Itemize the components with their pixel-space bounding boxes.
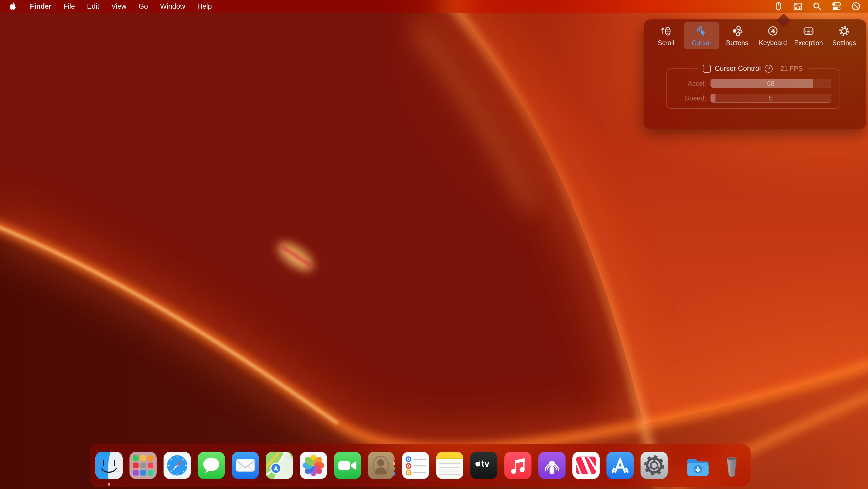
speed-slider[interactable]: 5 [711,94,831,103]
accel-row: Accel: 68 [667,79,831,88]
dock-icon-music[interactable] [503,451,532,480]
popover-tab-bar: Scroll Cursor [644,20,866,49]
mouse-buttons-icon [731,25,743,37]
mouse-settings-popover: Scroll Cursor [644,20,866,129]
dock-icon-podcasts[interactable] [537,451,567,480]
dock-icon-contacts[interactable] [367,451,396,480]
finder-running-indicator [108,483,110,486]
menu-window[interactable]: Window [160,2,185,10]
tab-scroll-label: Scroll [658,39,674,47]
app-menu-finder[interactable]: Finder [30,2,52,10]
speed-value: 5 [711,94,831,102]
dock-icon-app-store[interactable] [606,451,635,480]
dock-icon-downloads[interactable] [683,451,712,480]
dock-separator [676,450,676,481]
dock-icon-system-preferences[interactable] [640,451,669,480]
accel-value: 68 [711,79,831,88]
dock-icon-launchpad[interactable] [128,451,158,480]
menu-view[interactable]: View [112,2,127,10]
dock-icon-finder[interactable] [94,451,124,480]
menu-edit[interactable]: Edit [87,2,99,10]
dock-icon-trash[interactable] [717,451,746,480]
dock-icon-tv[interactable]: tv [469,451,498,480]
dock: tv [90,444,751,487]
command-key-icon: ⌘ [767,25,779,37]
cursor-control-legend: Cursor Control ? 21 FPS [698,64,807,73]
tab-keyboard[interactable]: ⌘ Keyboard [755,22,791,49]
dock-icon-notes[interactable] [435,451,464,480]
exception-keyboard-icon [803,25,814,37]
tab-buttons[interactable]: Buttons [719,22,755,49]
cursor-control-label: Cursor Control [715,64,761,73]
circle-slash-icon[interactable] [851,1,861,11]
apple-icon [9,2,17,11]
menu-help[interactable]: Help [197,2,212,10]
cursor-click-icon [695,25,708,37]
menu-bar: Finder File Edit View Go Window Help [0,0,868,12]
svg-text:⌘: ⌘ [770,28,776,34]
dock-icon-news[interactable] [571,451,601,480]
dock-icon-reminders[interactable] [401,451,430,480]
tab-scroll[interactable]: Scroll [648,22,684,49]
cursor-control-checkbox[interactable] [703,65,711,73]
speed-label: Speed: [667,94,706,102]
dock-icon-photos[interactable] [299,451,328,480]
cursor-control-group: Cursor Control ? 21 FPS Accel: 68 Speed:… [666,64,839,109]
accel-label: Accel: [667,80,706,88]
accel-slider[interactable]: 68 [711,79,831,88]
dock-icon-mail[interactable] [230,451,260,480]
svg-text:⌘: ⌘ [798,5,802,10]
tab-settings-label: Settings [832,39,856,47]
svg-text:tv: tv [482,459,490,468]
speed-row: Speed: 5 [667,94,831,103]
scroll-wheel-icon [660,25,672,37]
tab-cursor-label: Cursor [692,39,711,47]
dock-icon-safari[interactable] [162,451,192,480]
tab-exception[interactable]: Exception [791,22,826,49]
help-icon[interactable]: ? [765,65,773,73]
apple-menu[interactable] [7,1,18,11]
menu-bar-left: Finder File Edit View Go Window Help [0,1,212,11]
gear-icon [838,25,850,37]
keyboard-window-icon[interactable]: ⌘ [793,1,803,11]
menu-file[interactable]: File [64,2,75,10]
tab-exception-label: Exception [794,39,823,47]
menu-bar-status: ⌘ [773,1,868,11]
menu-go[interactable]: Go [138,2,148,10]
fps-readout: 21 FPS [780,64,803,73]
tab-buttons-label: Buttons [726,39,748,47]
tab-keyboard-label: Keyboard [759,39,787,47]
tab-cursor[interactable]: Cursor [684,22,719,49]
desktop: Finder File Edit View Go Window Help [0,0,868,489]
dock-icon-maps[interactable] [265,451,294,480]
control-center-icon[interactable] [831,1,842,11]
spotlight-search-icon[interactable] [812,1,823,11]
tab-settings[interactable]: Settings [826,22,862,49]
dock-icon-messages[interactable] [196,451,226,480]
mouse-status-icon[interactable] [773,1,784,11]
dock-icon-facetime[interactable] [333,451,362,480]
